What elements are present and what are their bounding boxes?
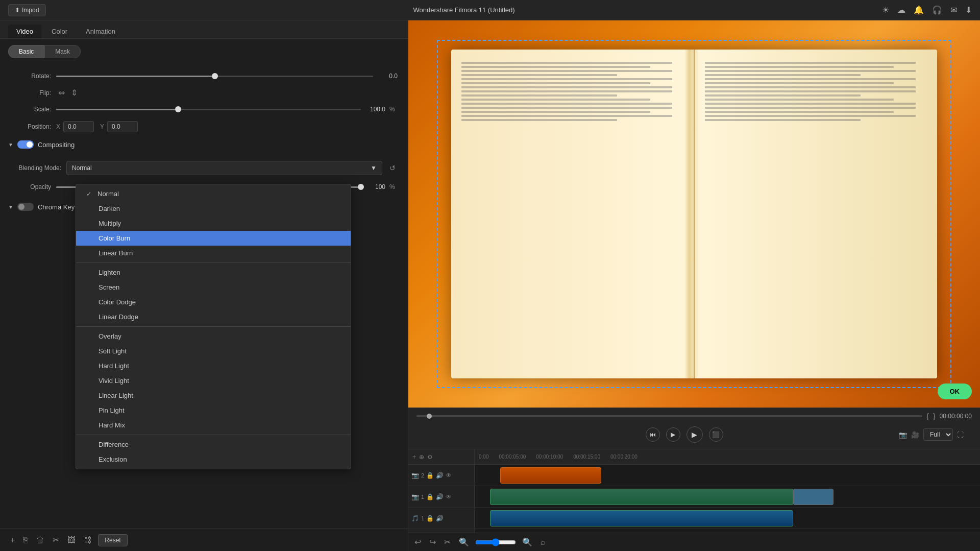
blend-screen-item[interactable]: Screen xyxy=(76,280,351,295)
tab-video[interactable]: Video xyxy=(8,25,41,38)
link-icon[interactable]: ⛓ xyxy=(82,534,94,547)
timeline-zoom-slider[interactable] xyxy=(475,538,516,546)
bottom-toolbar: + ⎘ 🗑 ✂ 🖼 ⛓ Reset xyxy=(0,529,408,551)
out-point-button[interactable]: } xyxy=(933,412,936,420)
blend-softlight-item[interactable]: Soft Light xyxy=(76,344,351,358)
track-a1-lock-icon[interactable]: 🔒 xyxy=(426,515,434,522)
mask-mode-button[interactable]: Mask xyxy=(44,45,81,58)
flip-horizontal-icon[interactable]: ⇔ xyxy=(58,88,65,98)
play-back-button[interactable]: ▶ xyxy=(666,427,680,442)
position-x-input[interactable] xyxy=(63,121,94,132)
cloud-icon[interactable]: ☁ xyxy=(897,5,905,15)
blend-vividlight-item[interactable]: Vivid Light xyxy=(76,373,351,388)
timeline-add-icon[interactable]: + xyxy=(412,453,416,461)
blend-lighten-item[interactable]: Lighten xyxy=(76,265,351,280)
track-v2-eye-icon[interactable]: 👁 xyxy=(446,472,452,479)
blend-colordodge-item[interactable]: Color Dodge xyxy=(76,295,351,309)
track-v1-eye-icon[interactable]: 👁 xyxy=(446,493,452,500)
play-button[interactable]: ▶ xyxy=(687,426,703,443)
blend-multiply-item[interactable]: Multiply xyxy=(76,216,351,231)
timeline-undo-icon[interactable]: ↩ xyxy=(412,535,423,549)
transform-icon[interactable]: ✂ xyxy=(51,533,61,547)
blend-darken-item[interactable]: Darken xyxy=(76,201,351,216)
timeline-cut-icon[interactable]: ✂ xyxy=(442,535,453,549)
chroma-key-arrow-icon: ▼ xyxy=(8,204,13,210)
blend-difference-item[interactable]: Difference xyxy=(76,437,351,452)
download-icon[interactable]: ⬇ xyxy=(965,5,972,15)
preview-area: OK xyxy=(408,20,980,408)
blending-reset-button[interactable]: ↺ xyxy=(387,162,398,174)
timeline-settings-icon[interactable]: ⚙ xyxy=(427,453,433,461)
playback-area: { } 00:00:00:00 ⏮ ▶ ▶ ⬛ 📷 🎥 Full xyxy=(408,408,980,449)
track-a1-clip[interactable] xyxy=(490,510,793,526)
tab-animation[interactable]: Animation xyxy=(78,25,124,38)
blend-hardlight-item[interactable]: Hard Light xyxy=(76,358,351,373)
track-v2-volume-icon[interactable]: 🔊 xyxy=(436,472,444,479)
track-v1-img-clip[interactable] xyxy=(793,489,834,505)
copy-icon[interactable]: ⎘ xyxy=(21,534,30,547)
import-button[interactable]: ⬆ Import xyxy=(8,4,46,16)
book-text-line xyxy=(461,119,617,121)
blend-hardmix-item[interactable]: Hard Mix xyxy=(76,418,351,433)
timeline-zoom-in-icon[interactable]: 🔍 xyxy=(520,535,534,549)
tab-color[interactable]: Color xyxy=(43,25,76,38)
track-a2-content xyxy=(475,529,980,533)
position-y-input[interactable] xyxy=(107,121,138,132)
track-v2-clip[interactable] xyxy=(500,467,601,484)
track-a1-label: 1 xyxy=(421,515,424,521)
add-icon[interactable]: + xyxy=(8,534,17,547)
blend-linearlight-item[interactable]: Linear Light xyxy=(76,388,351,403)
chroma-key-toggle[interactable] xyxy=(17,203,34,211)
scale-slider[interactable] xyxy=(56,109,361,110)
stop-button[interactable]: ⬛ xyxy=(709,427,723,442)
screenshot-icon[interactable]: 📷 xyxy=(899,431,907,439)
track-v2-lock-icon[interactable]: 🔒 xyxy=(426,472,434,479)
position-label: Position: xyxy=(10,123,51,130)
headphone-icon[interactable]: 🎧 xyxy=(932,5,942,15)
ruler-mark-20: 00:00:20:00 xyxy=(610,454,638,460)
bell-icon[interactable]: 🔔 xyxy=(914,5,924,15)
basic-mode-button[interactable]: Basic xyxy=(8,45,44,58)
book-text-line xyxy=(461,66,650,68)
track-v1-clip[interactable] xyxy=(490,489,793,505)
in-point-button[interactable]: { xyxy=(926,412,929,420)
blending-mode-select[interactable]: Normal ▼ xyxy=(66,161,382,175)
delete-icon[interactable]: 🗑 xyxy=(34,534,46,547)
quality-select[interactable]: Full xyxy=(923,428,953,441)
blending-mode-row: Blending Mode: Normal ▼ ↺ xyxy=(0,157,408,179)
rewind-button[interactable]: ⏮ xyxy=(646,427,660,442)
compositing-section-header[interactable]: ▼ Compositing xyxy=(0,136,408,153)
blend-exclusion-item[interactable]: Exclusion xyxy=(76,452,351,467)
track-v1-volume-icon[interactable]: 🔊 xyxy=(436,493,444,500)
timeline-redo-icon[interactable]: ↪ xyxy=(427,535,438,549)
blend-lineardodge-item[interactable]: Linear Dodge xyxy=(76,309,351,324)
blend-linearburn-item[interactable]: Linear Burn xyxy=(76,246,351,260)
timeline-magnet-icon[interactable]: ⊕ xyxy=(419,453,424,461)
blend-colorburn-item[interactable]: Color Burn xyxy=(76,231,351,246)
image-icon[interactable]: 🖼 xyxy=(65,534,78,547)
track-v1-lock-icon[interactable]: 🔒 xyxy=(426,493,434,500)
camera-icon[interactable]: 🎥 xyxy=(911,431,919,439)
track-row-v2: 📷 2 🔒 🔊 👁 xyxy=(408,465,980,486)
book-text-line xyxy=(705,62,916,64)
flip-vertical-icon[interactable]: ⇕ xyxy=(71,88,78,98)
track-a1-content xyxy=(475,508,980,529)
position-x-label: X xyxy=(56,123,60,130)
fullscreen-icon[interactable]: ⛶ xyxy=(957,431,964,439)
rotate-slider[interactable] xyxy=(56,76,373,77)
sun-icon[interactable]: ☀ xyxy=(882,5,889,15)
track-a1-volume-icon[interactable]: 🔊 xyxy=(436,515,444,522)
timeline-search-icon[interactable]: ⌕ xyxy=(538,536,548,549)
blend-normal-item[interactable]: Normal xyxy=(76,186,351,201)
preview-progress-bar[interactable] xyxy=(416,415,922,417)
blend-pinlight-item[interactable]: Pin Light xyxy=(76,403,351,418)
ruler-mark-5: 00:00:05:00 xyxy=(499,454,526,460)
compositing-toggle[interactable] xyxy=(17,140,34,149)
reset-all-button[interactable]: Reset xyxy=(98,534,127,546)
mail-icon[interactable]: ✉ xyxy=(950,5,957,15)
blend-overlay-item[interactable]: Overlay xyxy=(76,329,351,344)
timeline-zoom-out-icon[interactable]: 🔍 xyxy=(457,535,471,549)
blending-select-container: Normal ▼ xyxy=(66,161,382,175)
opacity-label: Opacity xyxy=(10,183,51,190)
ok-button[interactable]: OK xyxy=(938,384,972,399)
